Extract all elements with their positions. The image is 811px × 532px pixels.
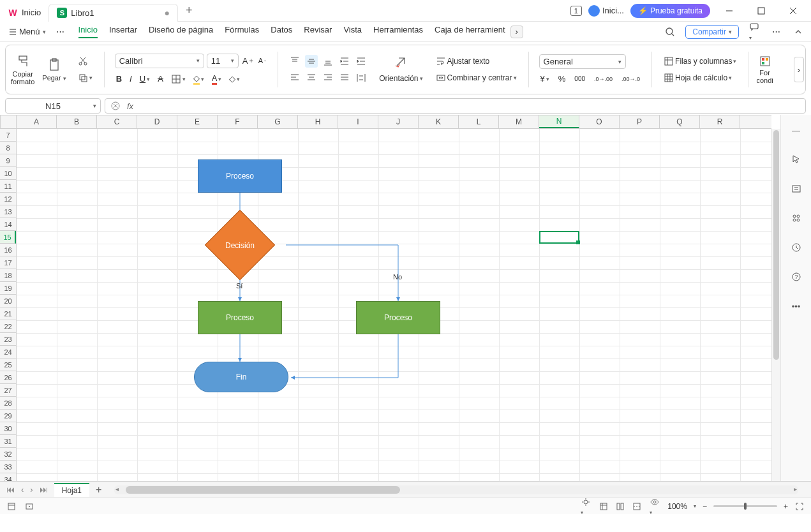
sheet-last-button[interactable]: ⏭ (37, 484, 50, 496)
spreadsheet-grid[interactable]: ABCDEFGHIJKLMNOPQR 789101112131415161718… (0, 115, 780, 481)
hscroll-left[interactable]: ◂ (115, 485, 119, 492)
tab-vista[interactable]: Vista (343, 25, 362, 38)
row-header-29[interactable]: 29 (0, 410, 16, 422)
close-button[interactable] (780, 1, 806, 20)
row-header-31[interactable]: 31 (0, 435, 16, 448)
comma-button[interactable]: 000 (573, 74, 586, 84)
conditional-format-button[interactable]: For condi (756, 55, 773, 84)
align-right-button[interactable] (322, 71, 334, 84)
page-layout-button[interactable] (615, 501, 625, 512)
sheet-next-button[interactable]: › (27, 484, 35, 496)
col-header-P[interactable]: P (620, 115, 660, 128)
row-header-20[interactable]: 20 (0, 295, 16, 307)
row-header-18[interactable]: 18 (0, 269, 16, 282)
show-panel-button[interactable] (6, 501, 17, 512)
row-header-26[interactable]: 26 (0, 371, 16, 384)
focus-mode-button[interactable]: ▾ (579, 496, 592, 517)
col-header-L[interactable]: L (459, 115, 499, 128)
menu-more[interactable]: ⋯ (52, 26, 68, 38)
distribute-button[interactable] (355, 71, 368, 84)
sheet-prev-button[interactable]: ‹ (19, 484, 26, 496)
zoom-level[interactable]: 100% (667, 502, 687, 511)
tabs-scroll-right[interactable]: › (510, 26, 523, 38)
zoom-thumb[interactable] (744, 503, 747, 510)
increase-indent-button[interactable] (355, 55, 368, 68)
row-header-12[interactable]: 12 (0, 193, 16, 205)
add-sheet-button[interactable]: + (89, 484, 108, 496)
col-header-B[interactable]: B (57, 115, 97, 128)
help-button[interactable]: ? (787, 268, 805, 286)
row-header-27[interactable]: 27 (0, 384, 16, 397)
fill-handle[interactable] (576, 240, 580, 244)
hscroll-right[interactable]: ▸ (794, 485, 797, 492)
styles-button[interactable] (787, 209, 805, 227)
number-format-select[interactable]: General▾ (539, 54, 626, 69)
eye-button[interactable]: ▾ (648, 496, 661, 517)
col-header-A[interactable]: A (17, 115, 57, 128)
tab-inicio[interactable]: Inicio (78, 25, 98, 38)
row-header-16[interactable]: 16 (0, 244, 16, 256)
ribbon-expand-button[interactable]: › (794, 57, 804, 82)
row-header-9[interactable]: 9 (0, 154, 16, 167)
row-header-10[interactable]: 10 (0, 167, 16, 180)
row-header-15[interactable]: 15 (0, 231, 16, 244)
collapse-panel-button[interactable]: — (787, 121, 805, 139)
align-center-button[interactable] (305, 71, 318, 84)
font-select[interactable]: Calibri▾ (115, 54, 204, 68)
cells-area[interactable]: Proceso Decisión Sí No Proceso Proceso F… (17, 129, 771, 481)
copy-button[interactable]: ▾ (77, 71, 94, 84)
decrease-decimal-button[interactable]: .00→.0 (620, 75, 641, 84)
col-header-J[interactable]: J (378, 115, 419, 128)
align-bottom-button[interactable] (322, 55, 334, 68)
document-tab[interactable]: S Libro1 ● (48, 4, 178, 22)
col-header-R[interactable]: R (700, 115, 740, 128)
col-header-N[interactable]: N (539, 115, 579, 128)
collapse-ribbon-button[interactable] (791, 24, 806, 40)
user-menu[interactable]: Inici... (588, 5, 624, 17)
percent-button[interactable]: % (557, 73, 567, 85)
select-tool-button[interactable] (787, 151, 805, 168)
properties-button[interactable] (787, 180, 805, 198)
col-header-I[interactable]: I (338, 115, 378, 128)
underline-button[interactable]: U▾ (138, 73, 151, 85)
col-header-K[interactable]: K (419, 115, 459, 128)
flowchart-process-2[interactable]: Proceso (198, 301, 282, 334)
col-header-D[interactable]: D (137, 115, 177, 128)
tab-modified-icon[interactable]: ● (165, 8, 170, 18)
clear-format-button[interactable] (378, 55, 424, 69)
strikethrough-button[interactable]: A (156, 73, 165, 85)
tab-diseno[interactable]: Diseño de página (149, 25, 213, 38)
row-header-25[interactable]: 25 (0, 358, 16, 371)
history-button[interactable] (787, 239, 805, 256)
tab-herramientas[interactable]: Herramientas (373, 25, 423, 38)
tab-revisar[interactable]: Revisar (304, 25, 332, 38)
sheet-tab[interactable]: Hoja1 (54, 483, 89, 497)
row-header-30[interactable]: 30 (0, 422, 16, 435)
row-header-8[interactable]: 8 (0, 142, 16, 154)
formula-input[interactable]: fx (105, 98, 806, 114)
decrease-font-button[interactable]: A- (257, 55, 267, 66)
zoom-in-button[interactable]: + (784, 502, 788, 511)
row-header-32[interactable]: 32 (0, 448, 16, 461)
align-top-button[interactable] (288, 55, 301, 68)
home-tab[interactable]: W Inicio (0, 4, 48, 22)
cancel-formula-icon[interactable] (110, 101, 121, 111)
reading-mode-button[interactable] (24, 501, 34, 512)
flowchart-process-1[interactable]: Proceso (198, 159, 282, 193)
paste-button[interactable]: Pegar ▾ (42, 57, 66, 82)
row-header-7[interactable]: 7 (0, 129, 16, 142)
col-header-E[interactable]: E (177, 115, 218, 128)
format-painter-button[interactable]: Copiar formato (11, 54, 34, 85)
tab-toolbox[interactable]: Caja de herramient (435, 25, 505, 38)
row-header-19[interactable]: 19 (0, 282, 16, 295)
hscroll-thumb[interactable] (126, 486, 400, 494)
trial-button[interactable]: ⚡ Prueba gratuita (630, 4, 710, 18)
increase-font-button[interactable]: A+ (241, 55, 255, 67)
row-header-13[interactable]: 13 (0, 205, 16, 218)
vscroll-thumb[interactable] (773, 130, 779, 360)
font-size-select[interactable]: 11▾ (207, 54, 239, 68)
col-header-O[interactable]: O (579, 115, 620, 128)
decrease-indent-button[interactable] (338, 55, 351, 68)
justify-button[interactable] (338, 71, 351, 84)
bold-button[interactable]: B (115, 73, 123, 85)
